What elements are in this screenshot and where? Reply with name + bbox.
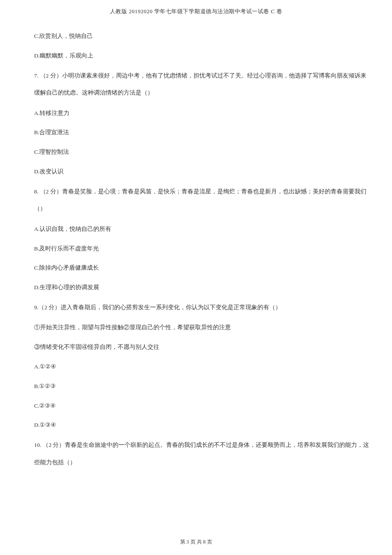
option-6c: C.欣赏别人，悦纳自己: [34, 28, 371, 44]
option-8d: D.生理和心理的协调发展: [34, 279, 371, 296]
page-footer: 第 3 页 共 8 页: [0, 538, 392, 546]
option-7d: D.改变认识: [34, 164, 371, 180]
option-7a: A.转移注意力: [34, 105, 371, 121]
option-8c: C.除掉内心矛盾健康成长: [34, 260, 371, 276]
question-10: 10. （2 分）青春是生命旅途中的一个崭新的起点。青春的我们成长的不不过是身体…: [34, 437, 371, 471]
option-6d: D.幽默幽默，乐观向上: [34, 48, 371, 64]
question-9-statements-1: ①开始关注异性，期望与异性接触②显现自己的个性，希望获取异性的注意: [34, 319, 371, 336]
question-7: 7. （2 分）小明功课素来很好，周边中考，他有了忧虑情绪，担忧考试过不了关。经…: [34, 67, 371, 102]
page-header: 人教版 20192020 学年七年级下学期道德与法治期中考试一试卷 C 卷: [0, 0, 392, 28]
option-7c: C.理智控制法: [34, 144, 371, 160]
pagination: 第 3 页 共 8 页: [180, 539, 212, 545]
question-9-statements-2: ③情绪变化不牢固④怪异自闭，不愿与别人交往: [34, 339, 371, 355]
header-title: 人教版 20192020 学年七年级下学期道德与法治期中考试一试卷 C 卷: [110, 8, 282, 14]
option-7b: B.合理宣泄法: [34, 124, 371, 141]
option-9c: C.②③④: [34, 398, 371, 414]
question-8: 8. （2 分）青春是笑脸，是心境；青春是风笛，是快乐；青春是流星，是绚烂；青春…: [34, 183, 371, 218]
exam-content: C.欣赏别人，悦纳自己 D.幽默幽默，乐观向上 7. （2 分）小明功课素来很好…: [0, 28, 392, 471]
option-8b: B.及时行乐而不虚度年光: [34, 241, 371, 257]
option-9b: B.①②③: [34, 378, 371, 394]
option-9d: D.①③④: [34, 417, 371, 433]
question-9: 9.（2 分）进入青春期后，我们的心搭剪发生一系列变化，你认为以下变化是正常现象…: [34, 299, 371, 316]
option-9a: A.①②④: [34, 359, 371, 375]
option-8a: A.认识自我，悦纳自己的所有: [34, 221, 371, 237]
